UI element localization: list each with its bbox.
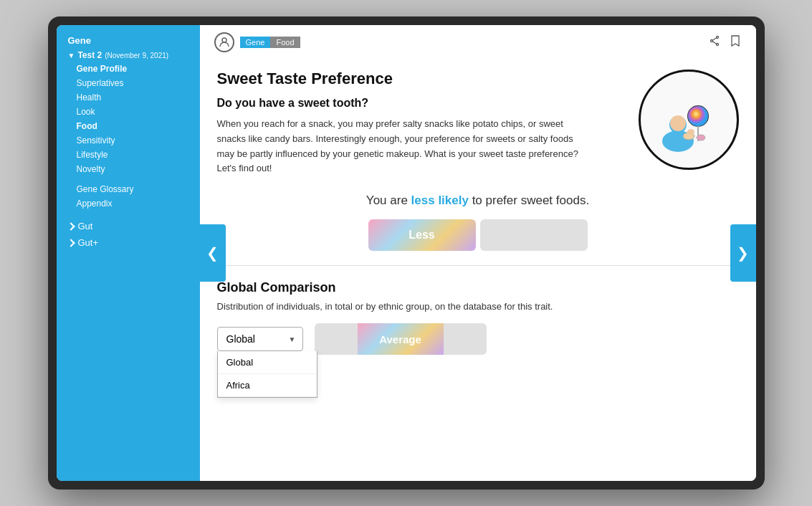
svg-point-14 [687,129,694,135]
sidebar-item-look[interactable]: Look [57,105,200,119]
dropdown-option-global[interactable]: Global [218,351,317,374]
sidebar-item-novelty[interactable]: Novelty [57,162,200,176]
svg-point-13 [697,135,705,140]
result-text-after: to prefer sweet foods. [469,194,589,207]
arrow-left-icon: ❮ [206,244,219,262]
result-section: You are less likely to prefer sweet food… [217,194,739,251]
sidebar-item-food[interactable]: Food [57,119,200,133]
article-header: Sweet Taste Preference Do you have a swe… [217,70,739,176]
global-title: Global Comparison [217,280,739,295]
article-image [639,70,739,170]
result-text: You are less likely to prefer sweet food… [217,194,739,208]
average-bar: Average [315,323,487,355]
gut-plus-chevron-icon [67,239,75,247]
sidebar-test-row: ▼ Test 2 (November 9, 2021) [57,49,200,62]
tag-food: Food [270,37,300,48]
breadcrumb-tags: Gene Food [240,37,300,48]
share-icon [709,35,720,47]
nav-next-button[interactable]: ❯ [730,224,756,282]
content-header: Gene Food [200,25,756,58]
avg-middle-segment: Average [358,323,444,355]
sidebar-item-gut[interactable]: Gut [57,218,200,234]
svg-point-1 [716,37,718,39]
svg-point-8 [670,115,686,131]
screen: Gene ▼ Test 2 (November 9, 2021) Gene Pr… [57,25,756,481]
svg-point-10 [688,106,708,126]
article-body-text: When you reach for a snack, you may pref… [217,117,590,176]
global-controls: Global Africa Europe Asia Americas ▼ Glo… [217,323,739,355]
sidebar-test-date: (November 9, 2021) [105,52,168,59]
sidebar: Gene ▼ Test 2 (November 9, 2021) Gene Pr… [57,25,200,481]
sidebar-item-gut-plus[interactable]: Gut+ [57,234,200,251]
sidebar-item-lifestyle[interactable]: Lifestyle [57,148,200,162]
avg-right-segment [444,323,487,355]
avatar [214,32,234,52]
share-button[interactable] [707,34,722,51]
tag-gene: Gene [240,37,271,48]
dropdown-wrapper: Global Africa Europe Asia Americas ▼ Glo… [217,327,303,351]
arrow-right-icon: ❯ [737,244,749,262]
likelihood-bar: Less [217,219,739,251]
bar-more [480,219,588,251]
bar-less: Less [368,219,476,251]
svg-line-5 [712,42,716,44]
divider [217,265,739,266]
global-description: Distribution of individuals, in total or… [217,301,739,312]
sidebar-item-appendix[interactable]: Appendix [57,196,200,211]
main-content: ❮ ❯ Gene Food [200,25,756,481]
header-left: Gene Food [214,32,300,52]
article-title: Sweet Taste Preference [217,70,624,88]
nav-prev-button[interactable]: ❮ [200,224,226,282]
svg-point-3 [710,40,712,42]
dropdown-open-list: Global Africa [217,351,317,398]
sidebar-gene-title: Gene [57,32,200,49]
svg-point-0 [222,38,226,42]
svg-line-4 [712,38,716,40]
sidebar-item-superlatives[interactable]: Superlatives [57,76,200,90]
sidebar-item-gene-glossary[interactable]: Gene Glossary [57,182,200,196]
sidebar-item-health[interactable]: Health [57,90,200,105]
avg-left-segment [315,323,358,355]
global-section: Global Comparison Distribution of indivi… [217,280,739,355]
article-subtitle: Do you have a sweet tooth? [217,97,624,110]
laptop-shell: Gene ▼ Test 2 (November 9, 2021) Gene Pr… [48,16,765,490]
dropdown-option-africa[interactable]: Africa [218,374,317,397]
article-title-block: Sweet Taste Preference Do you have a swe… [217,70,624,176]
global-dropdown[interactable]: Global Africa Europe Asia Americas [217,327,303,351]
gut-chevron-icon [67,222,75,230]
bookmark-button[interactable] [729,33,742,52]
sidebar-test-name[interactable]: Test 2 [77,50,102,60]
bookmark-icon [730,34,740,47]
sidebar-item-sensitivity[interactable]: Sensitivity [57,133,200,148]
content-body: Sweet Taste Preference Do you have a swe… [200,58,756,481]
header-right [707,33,742,52]
svg-point-2 [716,44,718,46]
result-text-before: You are [366,194,411,207]
sidebar-item-gene-profile[interactable]: Gene Profile [57,62,200,76]
result-highlight: less likely [411,194,469,207]
